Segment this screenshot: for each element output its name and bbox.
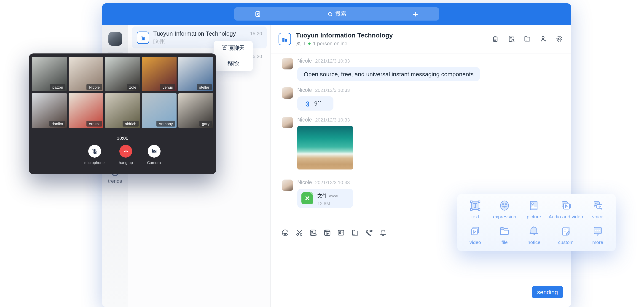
panel-item-text[interactable]: text <box>460 200 490 222</box>
files-icon[interactable] <box>524 35 531 42</box>
participant-video[interactable]: venus <box>142 57 176 91</box>
search-field[interactable]: 搜索 <box>261 10 413 18</box>
panel-item-video[interactable]: video <box>460 225 490 248</box>
microphone-mute-button[interactable] <box>88 145 101 158</box>
sender-name: Nicole <box>297 180 312 185</box>
file-attachment[interactable]: ✕ 文件.excel 12.8M <box>297 189 353 208</box>
titlebar: 搜索 + <box>102 3 571 25</box>
voice-wave-icon <box>304 100 310 107</box>
announcement-icon[interactable] <box>492 35 499 42</box>
chat-title: Tuoyun Information Technology <box>296 31 393 39</box>
settings-gear-icon[interactable] <box>556 35 563 42</box>
organization-icon <box>137 31 149 44</box>
sender-avatar[interactable] <box>282 58 293 69</box>
trends-label: trends <box>102 178 128 184</box>
participant-video[interactable]: zole <box>105 57 140 91</box>
participant-video[interactable]: patton <box>32 57 67 91</box>
conversation-context-menu: 置顶聊天 移除 <box>214 41 253 71</box>
text-bubble[interactable]: Open source, free, and universal instant… <box>297 67 480 81</box>
panel-item-expression[interactable]: expression <box>490 200 519 222</box>
add-member-icon[interactable] <box>540 35 547 42</box>
send-button[interactable]: sending <box>532 286 563 298</box>
excel-file-icon: ✕ <box>302 192 313 204</box>
menu-item-remove[interactable]: 移除 <box>214 56 253 71</box>
conversation-title: Tuoyun Information Technology <box>153 30 262 37</box>
member-count: 1 <box>303 41 306 46</box>
message-timestamp: 2021/12/3 10:33 <box>315 180 350 185</box>
message-voice: Nicole 2021/12/3 10:33 9`` <box>282 87 560 111</box>
participant-name: Anthony <box>156 121 175 127</box>
menu-item-pin-chat[interactable]: 置顶聊天 <box>214 41 253 56</box>
camera-off-button[interactable] <box>148 145 160 158</box>
mic-muted-icon <box>91 148 98 154</box>
participant-name: venus <box>160 84 175 90</box>
hang-up-button[interactable] <box>120 145 132 158</box>
call-controls: microphone hang up Camer <box>32 145 213 165</box>
my-avatar[interactable] <box>108 32 122 46</box>
search-bar[interactable]: 搜索 + <box>234 7 439 20</box>
notice-bell-icon <box>528 225 540 237</box>
organization-icon <box>278 33 291 45</box>
participant-video[interactable]: ernest <box>68 93 103 128</box>
search-placeholder: 搜索 <box>335 10 346 18</box>
participant-video[interactable]: stellar <box>178 57 213 91</box>
participant-grid: patton Nicole zole venus stellar danika … <box>32 57 213 128</box>
participant-name: gary <box>200 121 212 127</box>
file-name: 文件 <box>318 193 327 198</box>
call-records-icon[interactable] <box>254 10 261 17</box>
panel-item-audio-video[interactable]: Audio and video <box>549 200 583 222</box>
chat-record-search-icon[interactable] <box>508 35 515 42</box>
voice-duration: 9`` <box>314 100 322 107</box>
sender-name: Nicole <box>297 58 312 63</box>
search-icon <box>327 11 333 17</box>
message-text: Nicole 2021/12/3 10:33 Open source, free… <box>282 58 560 81</box>
panel-item-voice[interactable]: voice <box>583 200 612 222</box>
image-icon[interactable] <box>309 229 317 236</box>
image-attachment[interactable] <box>297 126 353 170</box>
conversation-time: 15:20 <box>250 31 262 36</box>
participant-name: aldrich <box>122 121 138 127</box>
video-clip-icon[interactable] <box>323 229 331 236</box>
message-timestamp: 2021/12/3 10:33 <box>315 58 350 63</box>
participant-video[interactable]: gary <box>178 93 213 128</box>
sender-avatar[interactable] <box>282 87 293 99</box>
panel-item-more[interactable]: more <box>583 225 612 248</box>
panel-item-picture[interactable]: picture <box>519 200 549 222</box>
chat-pane: Tuoyun Information Technology 1 1 person… <box>271 25 571 307</box>
folder-icon[interactable] <box>351 229 359 236</box>
voice-icon <box>592 200 604 212</box>
more-icon <box>592 225 604 237</box>
video-call-overlay: patton Nicole zole venus stellar danika … <box>29 53 216 174</box>
panel-item-file[interactable]: file <box>490 225 519 248</box>
stage: 搜索 + trends <box>0 0 644 307</box>
emoji-icon[interactable] <box>281 229 289 236</box>
voice-bubble[interactable]: 9`` <box>297 96 334 111</box>
participant-video[interactable]: danika <box>32 93 67 128</box>
panel-item-custom[interactable]: custom <box>549 225 583 248</box>
participant-name: ernest <box>87 121 102 127</box>
participant-name: danika <box>50 121 66 127</box>
chat-header: Tuoyun Information Technology 1 1 person… <box>271 25 571 53</box>
video-call-icon[interactable] <box>365 229 373 236</box>
participant-video[interactable]: Nicole <box>68 57 103 91</box>
camera-off-icon <box>151 148 157 154</box>
notification-bell-icon[interactable] <box>379 229 387 236</box>
screenshot-scissors-icon[interactable] <box>295 229 303 236</box>
plus-icon[interactable]: + <box>413 9 418 18</box>
participant-video[interactable]: Anthony <box>142 93 176 128</box>
hang-up-icon <box>122 148 129 155</box>
audio-video-icon <box>560 200 572 212</box>
participant-name: patton <box>50 84 66 90</box>
sender-name: Nicole <box>297 117 312 122</box>
panel-item-notice[interactable]: notice <box>519 225 549 248</box>
online-text: 1 person online <box>313 41 347 46</box>
video-icon <box>469 225 481 237</box>
sender-avatar[interactable] <box>282 117 293 128</box>
sender-avatar[interactable] <box>282 180 293 191</box>
contact-card-icon[interactable] <box>337 229 345 236</box>
message-image: Nicole 2021/12/3 10:33 <box>282 117 560 170</box>
participant-name: Nicole <box>87 84 102 90</box>
message-type-panel: text expression picture <box>457 194 616 251</box>
participant-video[interactable]: aldrich <box>105 93 140 128</box>
participant-name: stellar <box>197 84 212 90</box>
